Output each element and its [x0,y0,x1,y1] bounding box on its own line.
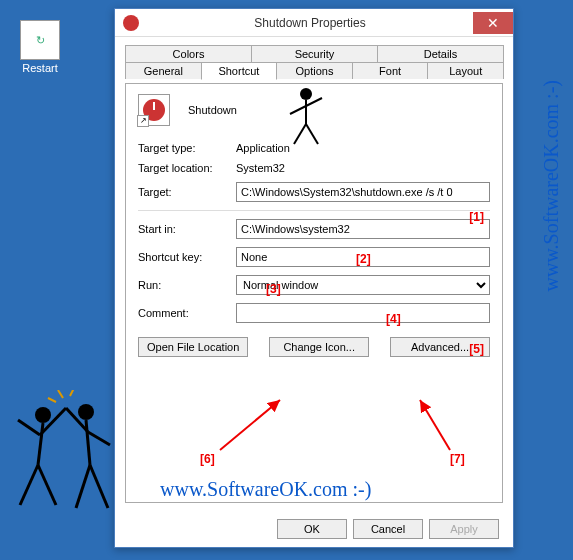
svg-line-10 [18,420,40,435]
titlebar[interactable]: Shutdown Properties ✕ [115,9,513,37]
target-type-label: Target type: [138,142,236,154]
tab-options[interactable]: Options [276,62,353,79]
window-icon [123,15,139,31]
target-location-label: Target location: [138,162,236,174]
tab-shortcut[interactable]: Shortcut [201,62,278,80]
tabs: Colors Security Details General Shortcut… [115,37,513,83]
shortcut-large-icon: ↗ [138,94,170,126]
tab-layout[interactable]: Layout [427,62,504,79]
shortcut-key-label: Shortcut key: [138,251,236,263]
svg-line-5 [306,124,318,144]
shutdown-properties-window: Shutdown Properties ✕ Colors Security De… [114,8,514,548]
svg-line-13 [38,465,56,505]
tab-colors[interactable]: Colors [125,45,252,62]
svg-point-14 [78,404,94,420]
start-in-input[interactable] [236,219,490,239]
close-button[interactable]: ✕ [473,12,513,34]
shortcut-name: Shutdown [188,104,237,116]
svg-line-12 [20,465,38,505]
cancel-button[interactable]: Cancel [353,519,423,539]
open-file-location-button[interactable]: Open File Location [138,337,248,357]
svg-point-8 [35,407,51,423]
run-select[interactable]: Normal window [236,275,490,295]
svg-line-2 [290,106,306,114]
tab-details[interactable]: Details [377,45,504,62]
change-icon-button[interactable]: Change Icon... [269,337,369,357]
run-label: Run: [138,279,236,291]
svg-line-17 [88,432,110,445]
shortcut-panel: ↗ Shutdown Target type: Application Targ… [125,83,503,503]
watermark-side: www.SoftwareOK.com :-) [540,80,563,291]
svg-line-15 [86,420,90,465]
desktop-icon-restart[interactable]: ↻ Restart [10,20,70,74]
start-in-label: Start in: [138,223,236,235]
svg-point-0 [300,88,312,100]
svg-line-4 [294,124,306,144]
target-type-value: Application [236,142,490,154]
svg-line-9 [38,423,43,465]
window-title: Shutdown Properties [147,16,473,30]
desktop-icon-label: Restart [10,62,70,74]
svg-line-18 [76,465,90,508]
shortcut-arrow-badge: ↗ [137,115,149,127]
shortcut-key-input[interactable] [236,247,490,267]
comment-label: Comment: [138,307,236,319]
target-location-value: System32 [236,162,490,174]
svg-line-21 [70,390,74,396]
tab-general[interactable]: General [125,62,202,79]
target-label: Target: [138,186,236,198]
tab-font[interactable]: Font [352,62,429,79]
dialog-buttons: OK Cancel Apply [277,519,499,539]
tab-security[interactable]: Security [251,45,378,62]
dancing-figures-icon [8,390,128,530]
advanced-button[interactable]: Advanced... [390,337,490,357]
svg-line-19 [90,465,108,508]
svg-line-20 [58,390,63,398]
comment-input[interactable] [236,303,490,323]
target-input[interactable] [236,182,490,202]
ok-button[interactable]: OK [277,519,347,539]
apply-button[interactable]: Apply [429,519,499,539]
restart-icon: ↻ [20,20,60,60]
svg-line-22 [48,398,56,402]
svg-line-3 [306,98,322,106]
